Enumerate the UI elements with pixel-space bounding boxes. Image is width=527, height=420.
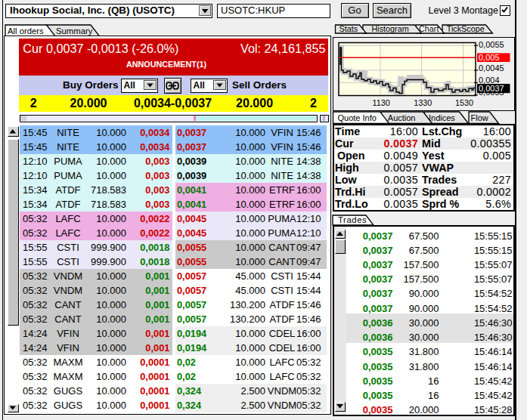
svg-text:0,0037: 0,0037 [479,83,504,92]
svg-text:1330: 1330 [414,97,432,107]
svg-text:TickScope: TickScope [447,24,485,33]
svg-text:Stats: Stats [339,24,358,33]
svg-text:Indices: Indices [429,113,455,122]
svg-text:0,0045: 0,0045 [479,63,504,72]
svg-text:Flow: Flow [471,113,488,122]
svg-text:Summary: Summary [56,26,93,36]
svg-text:Chart: Chart [419,24,439,33]
svg-text:1130: 1130 [373,97,390,107]
svg-text:Trades: Trades [338,215,367,224]
svg-text:1530: 1530 [455,97,473,107]
svg-text:Auction: Auction [388,113,416,122]
svg-text:0,0055: 0,0055 [479,39,504,48]
svg-text:Histogram: Histogram [372,24,409,33]
svg-text:Quote Info: Quote Info [338,113,377,122]
svg-text:All orders: All orders [8,26,44,36]
svg-text:0,005: 0,005 [479,53,500,62]
